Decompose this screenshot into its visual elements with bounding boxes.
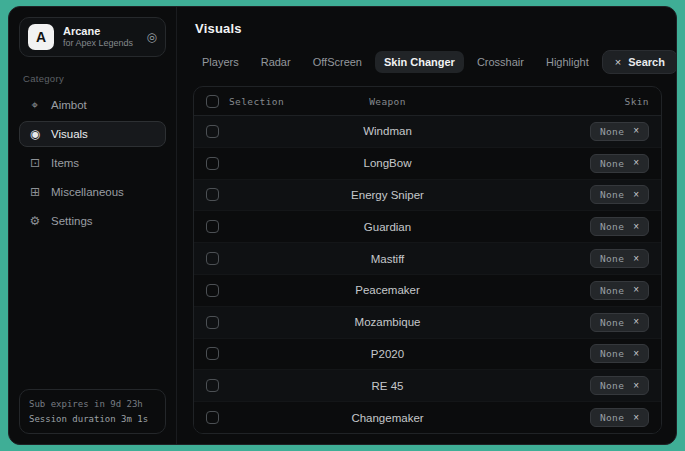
row-checkbox[interactable] (206, 188, 219, 201)
weapon-name: P2020 (326, 348, 449, 360)
sidebar-item-miscellaneous[interactable]: ⊞ Miscellaneous (19, 179, 166, 205)
table-row: RE 45 None × (194, 370, 661, 402)
table-row: Windman None × (194, 116, 661, 148)
skin-value: None (600, 317, 624, 328)
skin-value: None (600, 412, 624, 423)
sidebar-item-label: Aimbot (51, 99, 87, 111)
sub-expires-text: Sub expires in 9d 23h (29, 397, 156, 411)
row-checkbox[interactable] (206, 157, 219, 170)
clear-skin-x-icon[interactable]: × (633, 413, 639, 423)
app-name: Arcane (63, 25, 138, 39)
sidebar-spacer (19, 234, 166, 389)
gear-icon: ⚙ (28, 214, 42, 228)
app-logo: A (28, 24, 54, 50)
session-duration-text: Session duration 3m 1s (29, 412, 156, 426)
sidebar-item-items[interactable]: ⊡ Items (19, 150, 166, 176)
tab-offscreen[interactable]: OffScreen (304, 51, 371, 73)
sidebar-item-label: Miscellaneous (51, 186, 124, 198)
table-header-row: Selection Weapon Skin (194, 87, 661, 116)
skin-select-button[interactable]: None × (590, 344, 649, 363)
skin-value: None (600, 221, 624, 232)
skin-value: None (600, 285, 624, 296)
skin-select-button[interactable]: None × (590, 249, 649, 268)
app-subtitle: for Apex Legends (63, 38, 138, 49)
brand-card: A Arcane for Apex Legends ◎ (19, 17, 166, 57)
skin-select-button[interactable]: None × (590, 313, 649, 332)
tab-crosshair[interactable]: Crosshair (468, 51, 533, 73)
sidebar-item-settings[interactable]: ⚙ Settings (19, 208, 166, 234)
skin-value: None (600, 253, 624, 264)
skin-select-button[interactable]: None × (590, 217, 649, 236)
category-label: Category (23, 73, 162, 84)
grid-icon: ⊞ (28, 185, 42, 199)
clear-skin-x-icon[interactable]: × (633, 381, 639, 391)
clear-skin-x-icon[interactable]: × (633, 254, 639, 264)
skin-select-button[interactable]: None × (590, 281, 649, 300)
weapon-name: Peacemaker (326, 284, 449, 296)
table-row: Mozambique None × (194, 307, 661, 339)
row-checkbox[interactable] (206, 284, 219, 297)
row-checkbox[interactable] (206, 411, 219, 424)
crosshair-icon: ⌖ (28, 98, 42, 112)
tab-bar: PlayersRadarOffScreenSkin ChangerCrossha… (193, 50, 662, 74)
sidebar-item-aimbot[interactable]: ⌖ Aimbot (19, 92, 166, 118)
table-row: LongBow None × (194, 148, 661, 180)
sidebar-item-visuals[interactable]: ◉ Visuals (19, 121, 166, 147)
app-window: A Arcane for Apex Legends ◎ Category ⌖ A… (8, 6, 677, 445)
tab-radar[interactable]: Radar (252, 51, 300, 73)
weapon-name: Windman (326, 125, 449, 137)
search-x-icon: × (615, 56, 621, 68)
table-row: Guardian None × (194, 211, 661, 243)
row-checkbox[interactable] (206, 316, 219, 329)
table-row: P2020 None × (194, 339, 661, 371)
select-all-checkbox[interactable] (206, 95, 219, 108)
sidebar-item-label: Settings (51, 215, 93, 227)
eye-icon: ◉ (28, 127, 42, 141)
skin-select-button[interactable]: None × (590, 376, 649, 395)
sidebar: A Arcane for Apex Legends ◎ Category ⌖ A… (9, 7, 177, 444)
clear-skin-x-icon[interactable]: × (633, 158, 639, 168)
skin-changer-table: Selection Weapon Skin Windman None × Lon… (193, 86, 662, 434)
skin-select-button[interactable]: None × (590, 408, 649, 427)
tab-players[interactable]: Players (193, 51, 248, 73)
row-checkbox[interactable] (206, 125, 219, 138)
row-checkbox[interactable] (206, 347, 219, 360)
row-checkbox[interactable] (206, 379, 219, 392)
column-header-weapon: Weapon (326, 96, 449, 107)
skin-value: None (600, 189, 624, 200)
column-header-skin: Skin (449, 96, 649, 107)
skin-select-button[interactable]: None × (590, 154, 649, 173)
weapon-name: RE 45 (326, 380, 449, 392)
search-button[interactable]: × Search (602, 50, 677, 74)
row-checkbox[interactable] (206, 220, 219, 233)
clear-skin-x-icon[interactable]: × (633, 126, 639, 136)
skin-select-button[interactable]: None × (590, 122, 649, 141)
weapon-name: Mastiff (326, 253, 449, 265)
subscription-info-card: Sub expires in 9d 23h Session duration 3… (19, 389, 166, 434)
weapon-name: Mozambique (326, 316, 449, 328)
clear-skin-x-icon[interactable]: × (633, 190, 639, 200)
search-button-label: Search (628, 56, 665, 68)
sidebar-nav: ⌖ Aimbot ◉ Visuals ⊡ Items ⊞ Miscellaneo… (19, 92, 166, 234)
target-icon[interactable]: ◎ (147, 30, 157, 44)
main-panel: Visuals PlayersRadarOffScreenSkin Change… (177, 7, 676, 444)
skin-value: None (600, 348, 624, 359)
skin-select-button[interactable]: None × (590, 185, 649, 204)
sidebar-item-label: Items (51, 157, 79, 169)
clear-skin-x-icon[interactable]: × (633, 285, 639, 295)
table-row: Changemaker None × (194, 402, 661, 433)
tab-highlight[interactable]: Highlight (537, 51, 598, 73)
skin-value: None (600, 126, 624, 137)
clear-skin-x-icon[interactable]: × (633, 349, 639, 359)
tab-skin-changer[interactable]: Skin Changer (375, 51, 464, 73)
table-row: Peacemaker None × (194, 275, 661, 307)
column-header-selection: Selection (229, 96, 284, 107)
table-row: Mastiff None × (194, 243, 661, 275)
clear-skin-x-icon[interactable]: × (633, 317, 639, 327)
row-checkbox[interactable] (206, 252, 219, 265)
weapon-name: Energy Sniper (326, 189, 449, 201)
weapon-name: Changemaker (326, 412, 449, 424)
page-title: Visuals (195, 21, 662, 36)
brand-text: Arcane for Apex Legends (63, 25, 138, 50)
clear-skin-x-icon[interactable]: × (633, 222, 639, 232)
